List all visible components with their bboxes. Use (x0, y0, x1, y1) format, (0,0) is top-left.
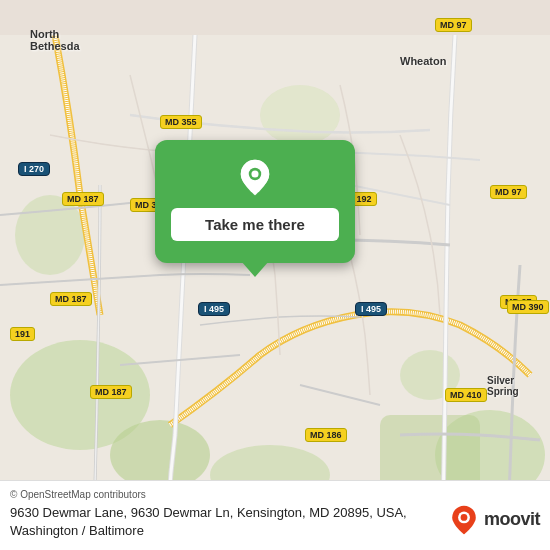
badge-i495-right: I 495 (355, 302, 387, 316)
take-me-there-button[interactable]: Take me there (171, 208, 339, 241)
badge-md187-top: MD 187 (62, 192, 104, 206)
place-label-north-bethesda: North Bethesda (30, 28, 80, 52)
badge-i270: I 270 (18, 162, 50, 176)
badge-191: 191 (10, 327, 35, 341)
svg-point-6 (15, 195, 85, 275)
address-text: 9630 Dewmar Lane, 9630 Dewmar Ln, Kensin… (10, 504, 440, 540)
place-label-silver-spring: SilverSpring (487, 375, 519, 397)
osm-credit: © OpenStreetMap contributors (10, 489, 540, 500)
svg-point-7 (260, 85, 340, 145)
badge-md355-top: MD 355 (160, 115, 202, 129)
badge-md186: MD 186 (305, 428, 347, 442)
badge-md410: MD 410 (445, 388, 487, 402)
map-background (0, 0, 550, 550)
map-container: North Bethesda Wheaton SilverSpring MD 9… (0, 0, 550, 550)
badge-md390: MD 390 (507, 300, 549, 314)
callout-bubble: Take me there (155, 140, 355, 263)
place-label-wheaton: Wheaton (400, 55, 446, 67)
moovit-brand-icon (448, 504, 480, 536)
svg-point-11 (251, 170, 258, 177)
moovit-brand-name: moovit (484, 509, 540, 530)
badge-i495-left: I 495 (198, 302, 230, 316)
info-bar: © OpenStreetMap contributors 9630 Dewmar… (0, 480, 550, 550)
badge-md187-mid: MD 187 (50, 292, 92, 306)
svg-point-13 (461, 514, 468, 521)
badge-md97-top: MD 97 (435, 18, 472, 32)
map-pin-icon (235, 158, 275, 198)
badge-md97-mid: MD 97 (490, 185, 527, 199)
badge-md187-bot: MD 187 (90, 385, 132, 399)
moovit-logo: moovit (448, 504, 540, 536)
